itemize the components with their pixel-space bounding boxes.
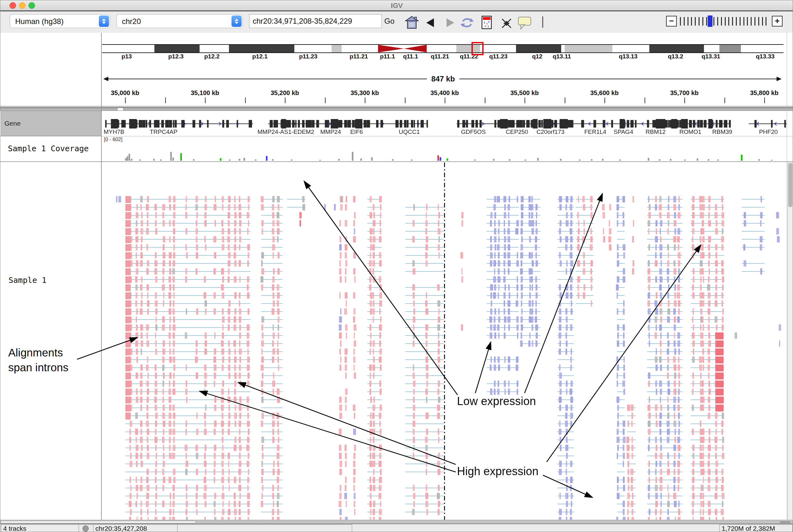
ideogram-band-label: q13.13 [619, 53, 637, 60]
status-cursor-position: chr20:35,427,208 [93, 525, 180, 532]
zoom-slider-thumb[interactable] [708, 16, 713, 27]
zoom-slider-tick [695, 17, 696, 25]
gene-name-label[interactable]: MMP24 [320, 129, 341, 135]
ideogram-band [565, 45, 612, 52]
ruler-tick-mark [684, 98, 685, 103]
horizontal-scrollbar[interactable] [0, 520, 793, 524]
annotation-high-expression: High expression [457, 465, 539, 478]
ideogram-band [154, 45, 200, 52]
title-bar: IGV [0, 0, 793, 12]
ideogram-band-label: p11.1 [380, 53, 395, 60]
home-icon[interactable] [405, 16, 419, 29]
ideogram-band [332, 45, 342, 52]
ideogram-band-label: q13.2 [668, 53, 683, 60]
ideogram-band [294, 45, 332, 52]
ideogram-band-label: p13 [121, 53, 132, 60]
panel-area: p13p12.3p12.2p12.1p11.23p11.21p11.1q11.1… [0, 33, 793, 524]
ruler-tick-label: 35,400 kb [431, 89, 459, 97]
center-guide-line [444, 163, 445, 520]
gene-name-label[interactable]: RBM39 [712, 129, 732, 135]
alignment-track-label[interactable]: Sample 1 [8, 276, 46, 285]
chromosome-ideogram[interactable] [102, 44, 783, 53]
ruler-tick-mark [724, 98, 725, 103]
gene-name-label[interactable]: EIF6 [350, 129, 363, 135]
ideogram-band-label: q11.1 [403, 53, 418, 60]
gene-track-label: Gene [4, 120, 20, 127]
horizontal-scrollbar-thumb[interactable] [1, 521, 196, 523]
tooltip-bubble-icon[interactable] [517, 16, 531, 30]
ruler-tick-label: 35,700 kb [670, 89, 699, 97]
gene-track-label-box[interactable]: Gene [1, 111, 101, 136]
ruler-tick-mark [245, 98, 246, 103]
zoom-slider-tick [732, 17, 733, 25]
vertical-scrollbar-thumb[interactable] [788, 163, 792, 207]
forward-arrow-icon[interactable] [446, 18, 454, 27]
horizontal-scrollbar-handle[interactable] [780, 521, 791, 523]
ideogram-band [378, 45, 404, 52]
zoom-slider-tick [713, 17, 714, 25]
status-bar: 4 tracks chr20:35,427,208 1,720M of 2,38… [0, 524, 793, 532]
gene-name-label[interactable]: C20orf173 [536, 129, 565, 135]
zoom-slider-tick [747, 17, 748, 25]
locus-input[interactable] [249, 14, 382, 28]
gene-name-label[interactable]: MYH7B [103, 129, 124, 135]
zoom-slider-tick [699, 17, 700, 25]
ideogram-band [102, 45, 154, 52]
gene-name-label[interactable]: CEP250 [506, 129, 528, 135]
main-toolbar: Human (hg38) chr20 Go [0, 12, 793, 34]
status-message-cell [177, 525, 352, 532]
annotation-alignments-span-introns: Alignments span introns [8, 345, 69, 375]
zoom-slider-tick [702, 17, 703, 25]
ruler-tick-mark [764, 98, 765, 103]
genome-select[interactable]: Human (hg38) [10, 14, 110, 28]
gene-name-label[interactable]: MMP24-AS1-EDEM2 [258, 129, 314, 135]
gene-name-label[interactable]: RBM12 [645, 129, 665, 135]
zoom-slider-tick [691, 17, 692, 25]
zoom-slider-tick [751, 17, 752, 25]
ruler-tick-label: 35,800 kb [750, 89, 778, 97]
zoom-slider-tick [684, 17, 685, 25]
gene-name-label[interactable]: ROMO1 [679, 129, 701, 135]
chromosome-select-value: chr20 [122, 17, 141, 26]
gene-name-label[interactable]: PHF20 [759, 129, 777, 135]
ideogram-band [342, 45, 378, 52]
ideogram-band [719, 45, 741, 52]
zoom-slider-tick [725, 17, 726, 25]
refresh-icon[interactable] [460, 16, 474, 30]
zoom-slider-tick [740, 17, 741, 25]
ruler-tick-mark [565, 98, 565, 103]
ideogram-band-label: p11.23 [299, 53, 317, 60]
ruler-tick-mark [205, 98, 206, 103]
chromosome-select-spinner-icon[interactable] [231, 16, 242, 27]
ruler-span-label: 847 kb [427, 75, 459, 83]
zoom-in-button[interactable]: + [772, 16, 782, 26]
ruler-tick-label: 35,300 kb [351, 89, 379, 97]
gene-name-label[interactable]: TRPC4AP [150, 129, 177, 135]
ideogram-band [741, 45, 783, 52]
vertical-scrollbar[interactable] [787, 162, 793, 520]
chromosome-select[interactable]: chr20 [116, 14, 243, 28]
gene-name-label[interactable]: GDF5OS [461, 129, 486, 135]
ideogram-band [200, 45, 229, 52]
gene-name-label[interactable]: FER1L4 [584, 129, 606, 135]
ideogram-band [612, 45, 649, 52]
region-tool-icon[interactable] [482, 16, 492, 29]
ideogram-band [649, 45, 704, 52]
panel-splitter[interactable] [0, 107, 793, 111]
gene-name-label[interactable]: UQCC1 [399, 129, 420, 135]
ideogram-band [229, 45, 294, 52]
fit-to-window-icon[interactable] [501, 18, 512, 29]
annotation-low-expression: Low expression [457, 395, 536, 408]
gene-name-label[interactable]: SPAG4 [613, 129, 633, 135]
back-arrow-icon[interactable] [426, 18, 435, 27]
ideogram-band [561, 45, 565, 52]
igv-window: IGV Human (hg38) chr20 Go [0, 0, 793, 532]
zoom-out-button[interactable]: − [666, 16, 677, 26]
ruler-tick-mark [125, 98, 126, 103]
coverage-track-label[interactable]: Sample 1 Coverage [8, 144, 89, 153]
coverage-canvas[interactable] [102, 144, 787, 161]
ruler-right-arrowhead-icon [777, 77, 781, 81]
genome-select-spinner-icon[interactable] [99, 16, 109, 27]
ideogram-view-region-box [472, 42, 484, 55]
go-button[interactable]: Go [384, 17, 394, 25]
